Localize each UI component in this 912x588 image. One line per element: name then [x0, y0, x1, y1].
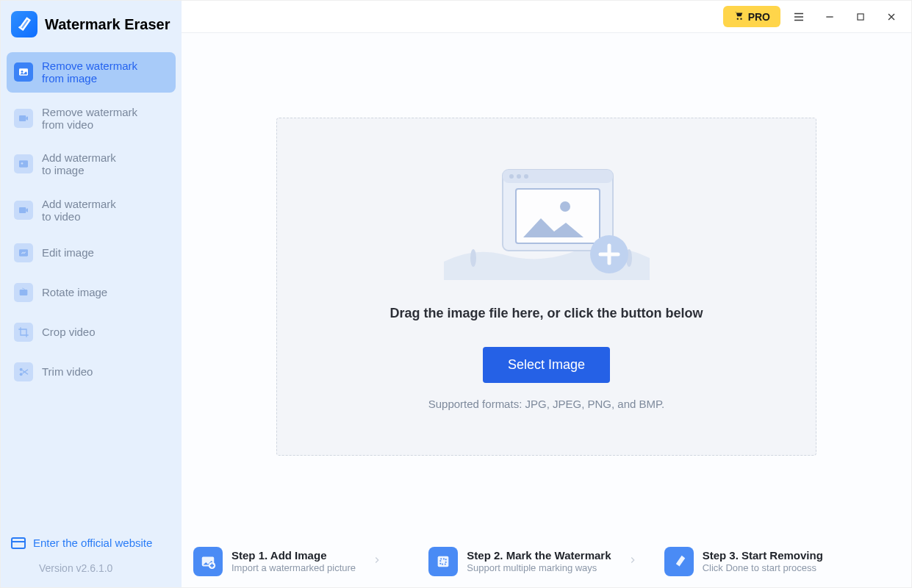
- step-desc: Support multiple marking ways: [467, 562, 611, 574]
- svg-rect-5: [19, 207, 26, 213]
- nav-add-watermark-image[interactable]: Add watermark to image: [7, 144, 176, 184]
- nav-label: Add watermark to video: [42, 198, 116, 223]
- brand: Watermark Eraser: [1, 1, 182, 49]
- minimize-button[interactable]: [817, 4, 842, 29]
- nav-label: Add watermark to image: [42, 151, 116, 177]
- nav-label: Crop video: [42, 323, 96, 342]
- nav-rotate-image[interactable]: Rotate image: [7, 276, 176, 309]
- steps-bar: Step 1. Add Image Import a watermarked p…: [182, 536, 911, 587]
- pro-label: PRO: [748, 11, 770, 23]
- content-area: Drag the image file here, or click the b…: [182, 33, 911, 536]
- svg-point-8: [20, 373, 23, 376]
- step-2: Step 2. Mark the Watermark Support multi…: [428, 547, 664, 576]
- svg-point-1: [21, 71, 24, 73]
- step-3: Step 3. Start Removing Click Done to sta…: [664, 547, 900, 576]
- svg-point-10: [736, 18, 738, 20]
- svg-point-17: [509, 174, 514, 179]
- step-mark-icon: [428, 547, 458, 576]
- sidebar-nav: Remove watermark from image Remove water…: [1, 49, 182, 398]
- svg-point-4: [21, 162, 24, 165]
- titlebar: PRO: [182, 1, 911, 33]
- nav-label: Trim video: [42, 362, 93, 381]
- step-desc: Click Done to start process: [703, 562, 823, 574]
- dropzone-illustration-icon: [437, 155, 657, 287]
- main-panel: Drag the image file here, or click the b…: [182, 1, 911, 587]
- nav-remove-watermark-image[interactable]: Remove watermark from image: [7, 52, 176, 93]
- step-title: Step 1. Add Image: [231, 549, 356, 563]
- crop-icon: [14, 323, 33, 342]
- trim-icon: [14, 362, 33, 381]
- nav-remove-watermark-video[interactable]: Remove watermark from video: [7, 98, 176, 139]
- menu-button[interactable]: [786, 4, 811, 29]
- app-logo-icon: [11, 11, 37, 37]
- svg-point-18: [517, 174, 521, 179]
- step-remove-icon: [664, 547, 694, 576]
- svg-rect-3: [19, 161, 28, 168]
- app-title: Watermark Eraser: [45, 16, 170, 33]
- nav-edit-image[interactable]: Edit image: [7, 236, 176, 270]
- step-1: Step 1. Add Image Import a watermarked p…: [193, 547, 428, 576]
- select-image-button[interactable]: Select Image: [483, 347, 610, 383]
- image-minus-icon: [14, 62, 33, 82]
- official-website-link[interactable]: Enter the official website: [1, 537, 182, 549]
- chevron-right-icon: [365, 555, 389, 568]
- svg-rect-7: [20, 290, 28, 295]
- sidebar-spacer: [1, 398, 182, 537]
- cart-icon: [733, 10, 744, 23]
- video-minus-icon: [14, 109, 33, 128]
- nav-label: Edit image: [42, 243, 94, 262]
- svg-rect-25: [438, 556, 449, 567]
- svg-point-11: [740, 18, 742, 20]
- website-icon: [11, 537, 26, 549]
- app-window: Watermark Eraser Remove watermark from i…: [0, 0, 912, 588]
- step-add-image-icon: [193, 547, 223, 576]
- svg-rect-12: [858, 13, 863, 19]
- svg-rect-2: [19, 115, 26, 121]
- edit-icon: [14, 243, 33, 262]
- nav-label: Remove watermark from video: [42, 106, 137, 132]
- nav-trim-video[interactable]: Trim video: [7, 355, 176, 389]
- supported-formats-text: Supported formats: JPG, JPEG, PNG, and B…: [428, 398, 665, 410]
- step-title: Step 3. Start Removing: [703, 549, 823, 563]
- official-website-label: Enter the official website: [33, 537, 152, 549]
- rotate-icon: [14, 283, 33, 302]
- dropzone-heading: Drag the image file here, or click the b…: [389, 306, 703, 321]
- video-plus-icon: [14, 201, 33, 220]
- nav-label: Rotate image: [42, 283, 107, 302]
- svg-point-13: [470, 249, 476, 267]
- close-button[interactable]: [879, 4, 904, 29]
- nav-crop-video[interactable]: Crop video: [7, 315, 176, 349]
- svg-point-21: [560, 201, 570, 212]
- sidebar: Watermark Eraser Remove watermark from i…: [1, 1, 182, 587]
- svg-point-9: [20, 368, 23, 371]
- pro-button[interactable]: PRO: [723, 6, 780, 27]
- image-plus-icon: [14, 154, 33, 173]
- maximize-button[interactable]: [848, 4, 873, 29]
- dropzone[interactable]: Drag the image file here, or click the b…: [276, 118, 816, 456]
- nav-add-watermark-video[interactable]: Add watermark to video: [7, 190, 176, 231]
- svg-point-19: [524, 174, 528, 179]
- chevron-right-icon: [620, 555, 645, 568]
- step-title: Step 2. Mark the Watermark: [467, 549, 611, 563]
- version-label: Version v2.6.1.0: [1, 549, 182, 587]
- step-desc: Import a watermarked picture: [231, 562, 356, 574]
- nav-label: Remove watermark from image: [42, 60, 137, 85]
